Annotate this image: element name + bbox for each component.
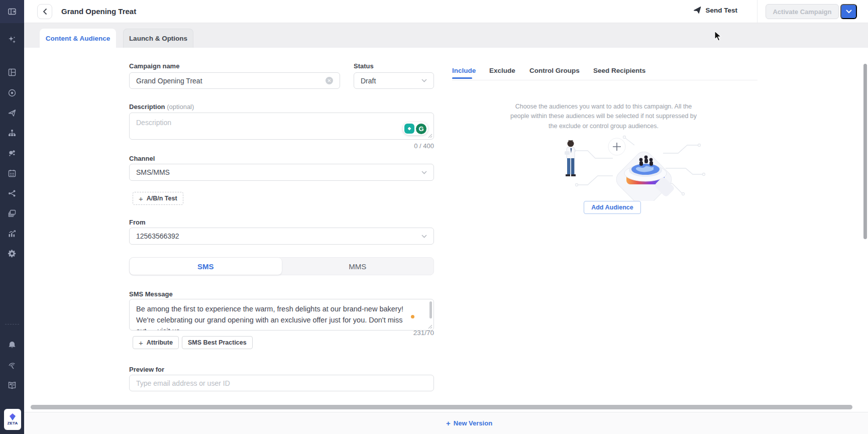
chevron-down-icon	[846, 10, 852, 14]
description-placeholder: Description	[130, 113, 433, 132]
status-label: Status	[354, 62, 374, 70]
channel-select[interactable]: SMS/MMS	[129, 164, 434, 181]
campaign-editor: Campaign name ✕ Status Draft Description…	[24, 48, 868, 412]
resize-handle[interactable]	[428, 134, 432, 138]
audience-tab-include[interactable]: Include	[452, 67, 476, 74]
audience-stack	[613, 148, 675, 201]
plus-icon: +	[446, 419, 451, 427]
activate-campaign-caret-button[interactable]	[840, 4, 857, 19]
chevron-down-icon	[421, 235, 427, 238]
sms-tab[interactable]: SMS	[130, 258, 282, 275]
dashboard-icon[interactable]	[0, 64, 24, 81]
resize-handle[interactable]	[428, 324, 432, 329]
clear-input-icon[interactable]: ✕	[325, 77, 333, 84]
send-test-button[interactable]: Send Test	[693, 6, 737, 14]
sms-best-practices-button[interactable]: SMS Best Practices	[182, 336, 253, 349]
message-type-toggle: SMS MMS	[129, 257, 434, 275]
sparkles-icon[interactable]	[0, 31, 24, 48]
new-version-button[interactable]: + New Version	[446, 419, 492, 427]
back-button[interactable]	[37, 4, 52, 19]
chevron-down-icon	[421, 79, 427, 82]
top-bar: Grand Opening Treat Send Test Activate C…	[24, 0, 868, 23]
copies-icon[interactable]	[0, 205, 24, 222]
preview-for-input[interactable]	[129, 375, 434, 391]
plus-bubble-icon[interactable]	[608, 138, 625, 155]
activate-campaign-button[interactable]: Activate Campaign	[766, 4, 839, 19]
page-title: Grand Opening Treat	[61, 7, 136, 16]
campaign-tab-strip: Content & Audience Launch & Options	[24, 23, 868, 48]
warning-dot-icon	[411, 315, 414, 318]
add-audience-button[interactable]: Add Audience	[584, 201, 641, 214]
message-scrollbar[interactable]	[429, 301, 432, 318]
send-icon[interactable]	[0, 104, 24, 122]
calendar-icon[interactable]	[0, 165, 24, 182]
tab-launch-options[interactable]: Launch & Options	[123, 29, 193, 48]
person-figure	[565, 140, 576, 176]
audience-tab-seed-recipients[interactable]: Seed Recipients	[593, 67, 645, 74]
status-select[interactable]: Draft	[354, 72, 434, 89]
plus-icon: +	[139, 339, 143, 347]
sms-message-label: SMS Message	[129, 290, 173, 298]
chart-icon[interactable]	[0, 225, 24, 242]
mms-tab[interactable]: MMS	[282, 258, 434, 275]
grammarly-widget[interactable]: G	[403, 122, 428, 135]
bottom-bar: + New Version	[24, 412, 868, 434]
abn-test-button[interactable]: + A/B/n Test	[133, 192, 183, 205]
panel-toggle-icon[interactable]	[0, 3, 24, 20]
branch-icon[interactable]	[0, 185, 24, 202]
active-tab-underline	[452, 77, 472, 79]
zeta-logo-text: ZETA	[7, 421, 18, 425]
preview-for-label: Preview for	[129, 366, 164, 373]
gear-icon[interactable]	[0, 245, 24, 262]
book-icon[interactable]	[0, 377, 24, 394]
sms-message-text: Be among the first to experience the war…	[136, 303, 414, 331]
campaign-name-input[interactable]	[129, 72, 340, 89]
audience-tabs-divider	[452, 80, 757, 80]
horizontal-scrollbar[interactable]	[31, 405, 852, 409]
app-sidebar: ZETA	[0, 0, 24, 434]
channel-label: Channel	[129, 155, 155, 162]
description-label: Description (optional)	[129, 103, 194, 111]
description-counter: 0 / 400	[334, 142, 434, 150]
audience-description: Choose the audiences you want to add to …	[507, 102, 700, 131]
sms-counter: 231/70	[334, 329, 434, 337]
paper-plane-icon	[693, 6, 701, 14]
tab-content-audience[interactable]: Content & Audience	[40, 29, 116, 48]
sitemap-icon[interactable]	[0, 125, 24, 142]
zeta-diamond-icon	[10, 413, 16, 420]
plus-icon: +	[139, 195, 143, 202]
audience-icon[interactable]	[0, 145, 24, 162]
topbar-divider	[757, 0, 757, 23]
grammarly-suggestion-icon	[404, 124, 414, 134]
from-select[interactable]: 12563566392	[129, 228, 434, 245]
chevron-left-icon	[43, 8, 47, 15]
audience-illustration	[537, 128, 718, 201]
attribute-button[interactable]: + Attribute	[133, 336, 179, 349]
zeta-logo[interactable]: ZETA	[4, 409, 21, 430]
grammarly-g-icon: G	[416, 124, 426, 134]
from-label: From	[129, 219, 146, 226]
description-textarea[interactable]: Description G	[129, 113, 434, 140]
vertical-scrollbar[interactable]	[863, 64, 867, 239]
audience-tab-exclude[interactable]: Exclude	[489, 67, 515, 74]
bell-icon[interactable]	[0, 337, 24, 354]
audience-tab-control-groups[interactable]: Control Groups	[529, 67, 580, 74]
target-icon[interactable]	[0, 84, 24, 101]
signal-icon[interactable]	[0, 357, 24, 374]
sms-message-textarea[interactable]: Be among the first to experience the war…	[129, 299, 434, 331]
campaign-name-label: Campaign name	[129, 62, 179, 70]
chevron-down-icon	[421, 171, 427, 174]
